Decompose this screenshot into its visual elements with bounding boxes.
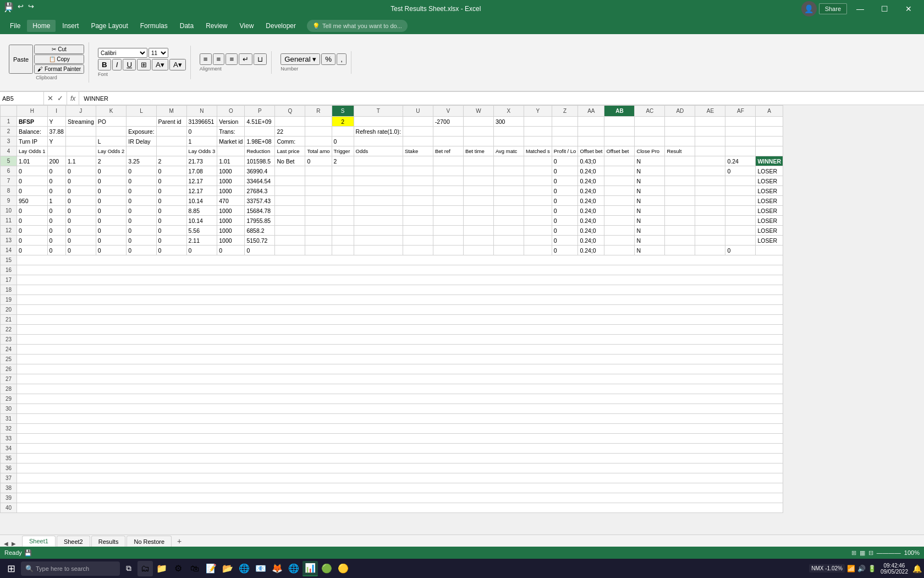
cell-Q1[interactable] <box>275 117 305 127</box>
cell-Z4[interactable]: Profit / Lo <box>552 146 578 156</box>
cell-AD13[interactable] <box>665 236 695 246</box>
share-button[interactable]: Share <box>819 3 847 14</box>
cell-K6[interactable]: 0 <box>96 166 127 176</box>
menu-home[interactable]: Home <box>27 20 56 32</box>
col-header-Y[interactable]: Y <box>524 106 552 117</box>
cell-J4[interactable] <box>65 146 96 156</box>
cell-M12[interactable]: 0 <box>156 226 186 236</box>
col-header-S[interactable]: S <box>332 106 354 117</box>
cell-AB12[interactable] <box>604 226 635 236</box>
systray-battery[interactable]: 🔋 <box>868 565 876 572</box>
cell-Q8[interactable] <box>275 186 305 196</box>
cell-W9[interactable] <box>463 196 493 206</box>
cell-L10[interactable]: 0 <box>127 206 156 216</box>
cell-AD1[interactable] <box>665 117 695 127</box>
cell-J2[interactable] <box>65 127 96 137</box>
col-header-AF[interactable]: AF <box>725 106 756 117</box>
cell-AA8[interactable]: 0.24;0 <box>578 186 604 196</box>
normal-view-btn[interactable]: ⊞ <box>851 549 856 557</box>
menu-formulas[interactable]: Formulas <box>135 20 173 32</box>
cell-W4[interactable]: Bet time <box>463 146 493 156</box>
cell-M13[interactable]: 0 <box>156 236 186 246</box>
formula-cancel-btn[interactable]: ✕ <box>46 94 54 102</box>
cell-N8[interactable]: 12.17 <box>186 186 217 196</box>
cell-AA3[interactable] <box>578 137 604 146</box>
cell-K1[interactable]: PO <box>96 117 127 127</box>
cell-AE12[interactable] <box>695 226 725 236</box>
cell-S4[interactable]: Trigger <box>332 146 354 156</box>
cell-M7[interactable]: 0 <box>156 176 186 186</box>
cell-U1[interactable] <box>403 117 433 127</box>
cell-N10[interactable]: 8.85 <box>186 206 217 216</box>
cell-AD2[interactable] <box>665 127 695 137</box>
cell-Y9[interactable] <box>524 196 552 206</box>
cell-Y12[interactable] <box>524 226 552 236</box>
cell-V4[interactable]: Bet ref <box>433 146 463 156</box>
cell-AB5[interactable] <box>604 156 635 166</box>
cell-J13[interactable]: 0 <box>65 236 96 246</box>
cell-AB11[interactable] <box>604 216 635 226</box>
cell-T8[interactable] <box>354 186 403 196</box>
cell-AA6[interactable]: 0.24;0 <box>578 166 604 176</box>
cell-R2[interactable] <box>305 127 332 137</box>
col-header-Q[interactable]: Q <box>275 106 305 117</box>
cell-J1[interactable]: Streaming <box>65 117 96 127</box>
cell-AB4[interactable]: Offset bet <box>604 146 635 156</box>
cell-Q9[interactable] <box>275 196 305 206</box>
sheet-tab-sheet2[interactable]: Sheet2 <box>57 536 90 547</box>
cell-L1[interactable] <box>127 117 156 127</box>
cell-AG4[interactable] <box>756 146 783 156</box>
row-number-8[interactable]: 8 <box>1 186 17 196</box>
close-button[interactable]: ✕ <box>898 0 920 18</box>
col-header-U[interactable]: U <box>403 106 433 117</box>
cell-R13[interactable] <box>305 236 332 246</box>
cell-Z13[interactable]: 0 <box>552 236 578 246</box>
cell-N5[interactable]: 21.73 <box>186 156 217 166</box>
cell-Y4[interactable]: Matched s <box>524 146 552 156</box>
paste-btn[interactable]: Paste <box>9 45 33 74</box>
sheet-tab-no-restore[interactable]: No Restore <box>127 536 172 547</box>
page-layout-view-btn[interactable]: ▦ <box>860 549 865 557</box>
cell-U6[interactable] <box>403 166 433 176</box>
copy-btn[interactable]: 📋 Copy <box>34 54 84 64</box>
cell-AA11[interactable]: 0.24;0 <box>578 216 604 226</box>
cell-AG13[interactable]: LOSER <box>756 236 783 246</box>
cell-K12[interactable]: 0 <box>96 226 127 236</box>
cell-AB10[interactable] <box>604 206 635 216</box>
cell-R11[interactable] <box>305 216 332 226</box>
align-left-btn[interactable]: ≡ <box>200 53 212 65</box>
menu-insert[interactable]: Insert <box>57 20 84 32</box>
col-header-AD[interactable]: AD <box>665 106 695 117</box>
cell-T9[interactable] <box>354 196 403 206</box>
cell-AB2[interactable] <box>604 127 635 137</box>
cell-T3[interactable] <box>354 137 403 146</box>
cut-btn[interactable]: ✂ Cut <box>34 45 84 54</box>
cell-name-box[interactable]: AB5 <box>0 92 44 105</box>
start-button[interactable]: ⊞ <box>2 560 20 577</box>
sheet-tab-results[interactable]: Results <box>91 536 126 547</box>
cell-AG5[interactable]: WINNER <box>756 156 783 166</box>
cell-AE2[interactable] <box>695 127 725 137</box>
cell-J12[interactable]: 0 <box>65 226 96 236</box>
cell-O3[interactable]: Market id <box>217 137 245 146</box>
cell-AG1[interactable] <box>756 117 783 127</box>
col-header-AG[interactable]: A <box>756 106 783 117</box>
cell-Q2[interactable]: 22 <box>275 127 305 137</box>
cell-V13[interactable] <box>433 236 463 246</box>
cell-W13[interactable] <box>463 236 493 246</box>
cell-Q10[interactable] <box>275 206 305 216</box>
cell-U9[interactable] <box>403 196 433 206</box>
cell-P13[interactable]: 5150.72 <box>245 236 275 246</box>
cell-P1[interactable]: 4.51E+09 <box>245 117 275 127</box>
cell-L11[interactable]: 0 <box>127 216 156 226</box>
cell-I13[interactable]: 0 <box>47 236 65 246</box>
cell-AE7[interactable] <box>695 176 725 186</box>
row-number-14[interactable]: 14 <box>1 246 17 255</box>
cell-J6[interactable]: 0 <box>65 166 96 176</box>
scroll-sheets-left[interactable]: ◀ <box>2 541 10 547</box>
cell-H4[interactable]: Lay Odds 1 <box>17 146 48 156</box>
border-btn[interactable]: ⊞ <box>137 59 151 70</box>
cell-H11[interactable]: 0 <box>17 216 48 226</box>
cell-L12[interactable]: 0 <box>127 226 156 236</box>
cell-O12[interactable]: 1000 <box>217 226 245 236</box>
